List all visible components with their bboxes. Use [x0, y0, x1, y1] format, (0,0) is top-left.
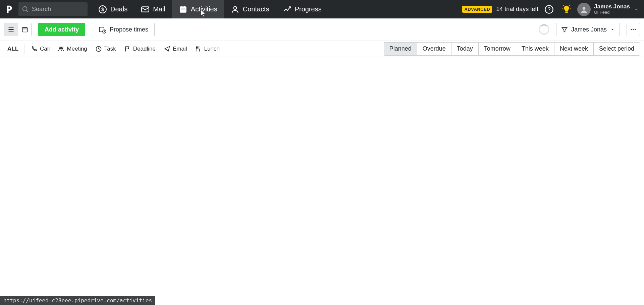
more-horizontal-icon [630, 26, 637, 33]
progress-icon [283, 5, 291, 14]
propose-times-icon [98, 25, 106, 34]
time-filter-today[interactable]: Today [451, 43, 478, 55]
svg-point-17 [583, 7, 586, 10]
time-filter-tomorrow[interactable]: Tomorrow [478, 43, 516, 55]
svg-rect-5 [180, 6, 186, 12]
filter-email-label: Email [173, 46, 187, 52]
time-filter-group: Planned Overdue Today Tomorrow This week… [384, 42, 640, 56]
caret-down-icon [610, 27, 615, 32]
mail-icon [141, 5, 150, 14]
nav-progress[interactable]: Progress [276, 0, 328, 18]
search-container[interactable] [18, 2, 88, 16]
filter-icon [561, 26, 568, 33]
search-icon [22, 6, 29, 13]
avatar [577, 3, 591, 16]
pipedrive-logo-icon [4, 4, 14, 14]
cutlery-icon [195, 46, 202, 52]
filter-email[interactable]: Email [160, 44, 191, 54]
people-icon [58, 46, 64, 52]
nav-contacts[interactable]: Contacts [224, 0, 276, 18]
divider [24, 44, 25, 54]
clock-icon [95, 46, 102, 52]
svg-rect-8 [181, 8, 185, 9]
nav-activities-label: Activities [191, 5, 217, 13]
svg-point-28 [59, 47, 61, 49]
person-icon [231, 5, 239, 14]
view-calendar-button[interactable] [18, 23, 31, 36]
svg-text:?: ? [548, 6, 551, 12]
svg-point-27 [635, 29, 636, 30]
filter-deadline[interactable]: Deadline [121, 44, 159, 54]
app-logo[interactable] [0, 0, 18, 18]
avatar-icon [580, 5, 588, 14]
nav-mail-label: Mail [153, 5, 165, 13]
svg-point-26 [633, 29, 634, 30]
svg-rect-21 [22, 27, 27, 32]
filter-lunch[interactable]: Lunch [192, 44, 223, 54]
calendar-icon [179, 5, 187, 14]
time-filter-select-period[interactable]: Select period [593, 43, 640, 55]
add-activity-label: Add activity [45, 26, 79, 33]
filter-deadline-label: Deadline [133, 46, 156, 52]
chevron-down-icon [634, 7, 639, 12]
filter-task-label: Task [104, 46, 116, 52]
svg-point-25 [631, 29, 632, 30]
flag-icon [124, 46, 131, 52]
view-toggle [4, 23, 32, 36]
phone-icon [31, 46, 38, 52]
svg-line-16 [570, 5, 570, 5]
trial-text[interactable]: 14 trial days left [496, 6, 538, 13]
add-activity-button[interactable]: Add activity [38, 23, 85, 36]
help-button[interactable]: ? [542, 3, 556, 16]
svg-point-0 [23, 6, 27, 11]
time-filter-next-week[interactable]: Next week [554, 43, 593, 55]
propose-times-button[interactable]: Propose times [92, 23, 155, 36]
svg-rect-7 [184, 6, 185, 7]
user-menu[interactable]: James Jonas UI Feed [577, 3, 641, 16]
propose-times-label: Propose times [110, 26, 148, 33]
view-list-button[interactable] [4, 23, 18, 36]
nav-progress-label: Progress [295, 5, 322, 13]
lightbulb-icon [561, 4, 572, 14]
nav-mail[interactable]: Mail [134, 0, 172, 18]
svg-point-9 [233, 6, 236, 9]
svg-line-15 [563, 5, 564, 5]
more-actions-button[interactable] [627, 23, 640, 36]
user-company: UI Feed [594, 10, 630, 15]
user-name: James Jonas [594, 4, 630, 10]
svg-rect-6 [181, 6, 182, 7]
owner-filter-button[interactable]: James Jonas [556, 23, 620, 36]
plan-badge: ADVANCED [462, 6, 492, 13]
loading-spinner [539, 24, 549, 35]
nav-deals-label: Deals [110, 5, 127, 13]
time-filter-this-week[interactable]: This week [516, 43, 554, 55]
filter-lunch-label: Lunch [204, 46, 219, 52]
svg-point-29 [61, 47, 63, 49]
send-icon [164, 46, 170, 52]
nav-activities[interactable]: Activities [172, 0, 224, 18]
filter-all[interactable]: ALL [4, 46, 22, 52]
filter-call-label: Call [40, 46, 50, 52]
filter-call[interactable]: Call [28, 44, 53, 54]
tips-button[interactable] [560, 3, 573, 16]
calendar-small-icon [21, 26, 28, 33]
filter-task[interactable]: Task [92, 44, 119, 54]
svg-rect-12 [565, 11, 568, 13]
time-filter-overdue[interactable]: Overdue [417, 43, 451, 55]
help-icon: ? [544, 5, 554, 14]
nav-contacts-label: Contacts [243, 5, 269, 13]
search-input[interactable] [32, 6, 110, 13]
status-bar-url: https://uifeed-c28eee.pipedrive.com/acti… [0, 296, 155, 305]
filter-meeting[interactable]: Meeting [54, 44, 90, 54]
svg-line-1 [26, 10, 29, 12]
owner-filter-label: James Jonas [571, 26, 607, 33]
list-icon [8, 26, 14, 33]
time-filter-planned[interactable]: Planned [384, 43, 417, 55]
filter-meeting-label: Meeting [67, 46, 87, 52]
